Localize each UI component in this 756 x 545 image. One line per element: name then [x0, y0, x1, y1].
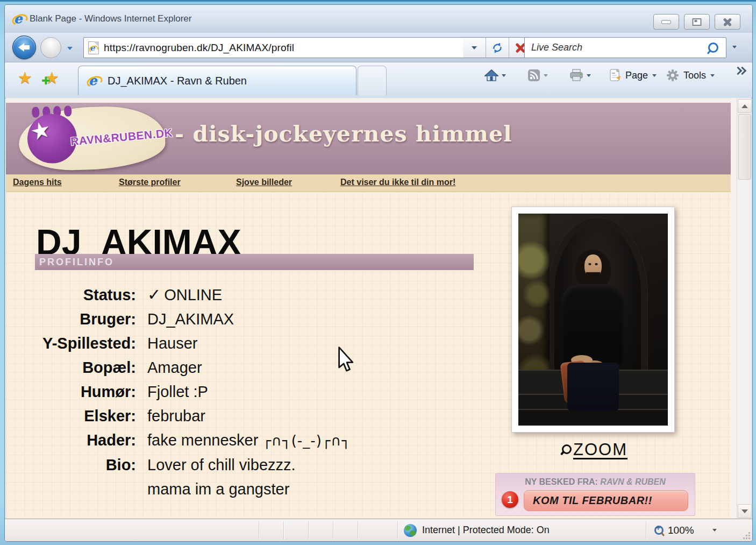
message-panel: NY BESKED FRA: RAVN & RUBEN 1 KOM TIL FE… [495, 473, 695, 516]
unread-count-badge: 1 [502, 491, 518, 508]
toolbar-overflow-chevron[interactable] [735, 67, 745, 74]
magnifier-icon [562, 444, 572, 454]
feeds-dropdown-icon[interactable] [544, 74, 548, 77]
scroll-up-icon [741, 104, 748, 108]
address-controls [463, 37, 532, 58]
message-button[interactable]: KOM TIL FEBRUBAR!! [524, 490, 688, 511]
ie-logo-icon: e [12, 12, 25, 25]
logo-text: RAVN&RUBEN.DK [70, 126, 173, 148]
scroll-up-button[interactable] [738, 99, 752, 113]
profilinfo-label: PROFILINFO [39, 257, 114, 268]
internet-zone-icon [404, 524, 417, 537]
scroll-down-icon [741, 509, 748, 513]
minimize-button[interactable] [653, 14, 679, 30]
window-title: Blank Page - Windows Internet Explorer [30, 13, 191, 24]
field-hader: Hader: fake mennesker ┌∩┐(-_-)┌∩┐ [6, 428, 415, 452]
middle-finger-emoticon: ┌∩┐(-_-)┌∩┐ [262, 433, 351, 449]
tab-title: DJ_AKIMAX - Ravn & Ruben [108, 75, 247, 87]
print-dropdown-icon[interactable] [587, 74, 591, 77]
message-text: KOM TIL FEBRUBAR!! [533, 494, 652, 507]
nav-link-storste-profiler[interactable]: Største profiler [119, 178, 181, 187]
site-banner: ★ RAVN&RUBEN.DK - disk-jockeyernes himme… [6, 103, 731, 174]
minimize-icon [661, 20, 671, 24]
address-bar[interactable]: e https://ravnogruben.dk/DJ_AKIMAX/profi… [83, 37, 464, 58]
page-menu-label: Page [625, 70, 648, 81]
address-url[interactable]: https://ravnogruben.dk/DJ_AKIMAX/profil [104, 42, 294, 54]
printer-icon [569, 69, 583, 82]
profile-photo [518, 214, 668, 426]
zoom-dropdown-icon[interactable] [712, 529, 717, 532]
browser-viewport: ★ RAVN&RUBEN.DK - disk-jockeyernes himme… [6, 98, 751, 519]
tools-dropdown-icon[interactable] [710, 74, 715, 77]
security-zone-status: Internet | Protected Mode: On [404, 519, 550, 541]
scroll-down-button[interactable] [738, 504, 752, 518]
search-options-dropdown[interactable] [732, 46, 737, 48]
profile-photo-frame[interactable] [511, 207, 675, 433]
page-dropdown-icon[interactable] [652, 74, 657, 77]
tools-menu-button[interactable]: Tools [666, 69, 715, 82]
field-elsker: Elsker: februbar [6, 404, 415, 428]
close-button[interactable] [715, 14, 740, 30]
field-bio: Bio: Lover of chill vibezzz. [6, 453, 415, 477]
profilinfo-section-bar: PROFILINFO [35, 254, 474, 270]
title-bar[interactable]: e Blank Page - Windows Internet Explorer [5, 5, 752, 33]
feeds-button[interactable] [527, 69, 548, 82]
profile-fields: Status: ✓ONLINE Bruger: DJ_AKIMAX Y-Spil… [6, 283, 415, 501]
home-button[interactable] [484, 69, 506, 82]
home-icon [484, 69, 498, 82]
site-tagline: - disk-jockeyernes himmel [175, 121, 512, 147]
field-bopael: Bopæl: Amager [6, 356, 415, 379]
nav-link-sjove-billeder[interactable]: Sjove billeder [236, 178, 292, 187]
webpage: ★ RAVN&RUBEN.DK - disk-jockeyernes himme… [6, 98, 731, 519]
window-controls [653, 14, 740, 30]
zone-status-text: Internet | Protected Mode: On [422, 525, 550, 536]
desktop-frame: e Blank Page - Windows Internet Explorer… [0, 0, 756, 545]
tab-dj-akimax[interactable]: e DJ_AKIMAX - Ravn & Ruben [78, 66, 356, 95]
status-bar: Internet | Protected Mode: On 100% [5, 519, 752, 541]
search-placeholder[interactable]: Live Search [531, 42, 708, 53]
print-button[interactable] [569, 69, 591, 82]
navigation-bar: e https://ravnogruben.dk/DJ_AKIMAX/profi… [5, 33, 752, 62]
nav-link-det-viser-du-ikke[interactable]: Det viser du ikke til din mor! [340, 178, 455, 187]
scrollbar-thumb[interactable] [738, 114, 751, 180]
browser-window: e Blank Page - Windows Internet Explorer… [4, 4, 753, 542]
page-menu-icon [609, 69, 621, 82]
photo-person [553, 250, 633, 411]
site-nav: Dagens hits Største profiler Sjove bille… [6, 174, 731, 192]
maximize-button[interactable] [684, 14, 710, 30]
back-arrow-icon [18, 43, 24, 52]
add-favorite-icon[interactable]: ★✚ [45, 70, 59, 86]
message-header-label: NY BESKED FRA: [525, 477, 598, 486]
zoom-control[interactable]: 100% [654, 519, 717, 541]
field-y-spillested: Y-Spillested: Hauser [6, 331, 415, 355]
field-bruger: Bruger: DJ_AKIMAX [6, 307, 415, 331]
search-icon[interactable] [708, 43, 718, 53]
tools-menu-label: Tools [683, 70, 706, 81]
site-logo[interactable]: ★ RAVN&RUBEN.DK [18, 104, 166, 172]
nav-link-dagens-hits[interactable]: Dagens hits [13, 178, 62, 187]
page-scrollbar[interactable] [737, 98, 751, 519]
resize-grip[interactable] [743, 532, 750, 539]
refresh-button[interactable] [486, 38, 509, 58]
photo-zoom-link[interactable]: ZOOM [562, 440, 627, 459]
tab-favicon: e [87, 74, 100, 87]
status-online-value: ✓ONLINE [147, 283, 222, 307]
message-header: NY BESKED FRA: RAVN & RUBEN [496, 477, 695, 487]
forward-button[interactable] [40, 37, 61, 58]
recent-pages-dropdown[interactable] [67, 47, 73, 50]
refresh-icon [491, 42, 503, 54]
maximize-icon [693, 18, 702, 26]
check-icon: ✓ [147, 285, 161, 304]
back-button[interactable] [12, 36, 36, 59]
zoom-magnifier-icon [654, 526, 664, 535]
new-tab-stub[interactable] [358, 66, 387, 95]
home-dropdown-icon[interactable] [502, 74, 506, 77]
tools-gear-icon [666, 69, 679, 82]
address-dropdown-button[interactable] [463, 38, 486, 58]
favorites-star-icon[interactable]: ★ [18, 70, 32, 86]
chevron-down-icon [472, 46, 477, 49]
zoom-level: 100% [668, 525, 694, 536]
page-menu-button[interactable]: Page [609, 69, 657, 82]
search-box[interactable]: Live Search [524, 37, 726, 58]
tab-command-bar: ★ ★✚ e DJ_AKIMAX - Ravn & Ruben Page [5, 62, 752, 98]
